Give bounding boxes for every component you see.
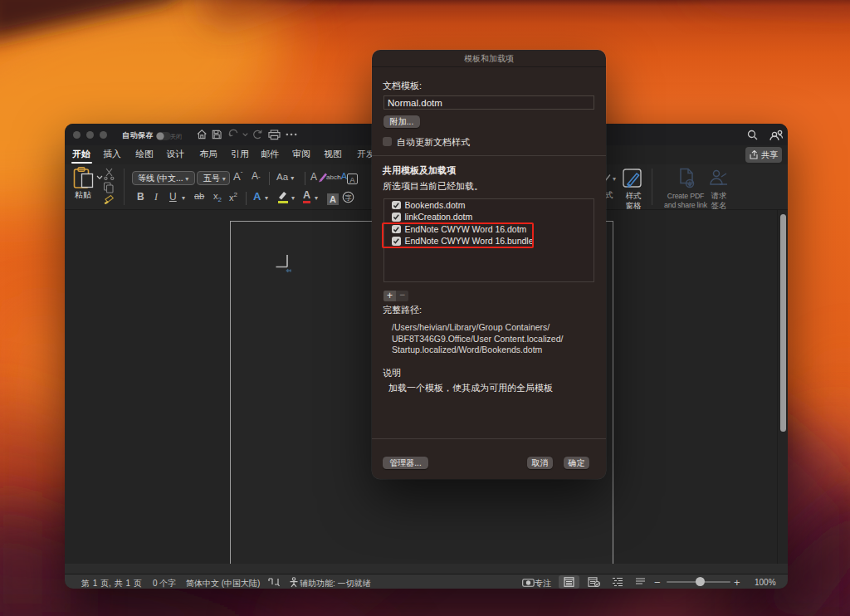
svg-text:关闭: 关闭	[170, 133, 182, 140]
svg-text:字: 字	[345, 194, 352, 202]
